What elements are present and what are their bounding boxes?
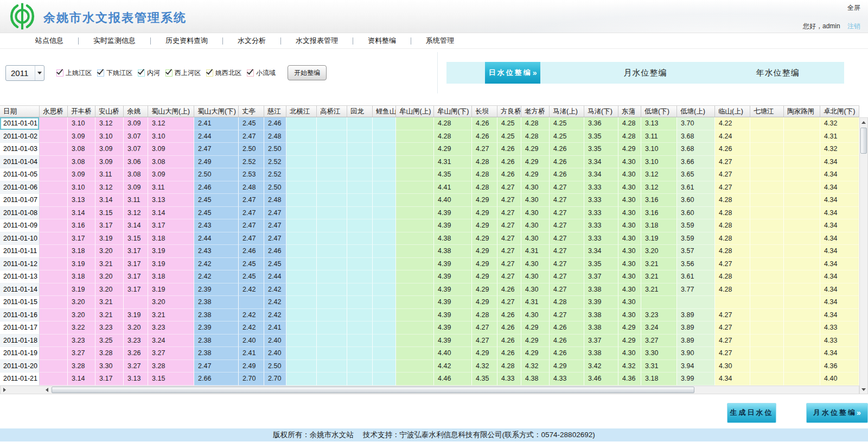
value-cell[interactable]: 2.45 — [264, 258, 286, 271]
value-cell[interactable]: 4.34 — [820, 156, 859, 169]
value-cell[interactable]: 4.33 — [820, 321, 859, 335]
value-cell[interactable] — [784, 270, 820, 283]
value-cell[interactable]: 2.52 — [239, 156, 264, 169]
value-cell[interactable]: 3.33 — [584, 207, 618, 220]
value-cell[interactable]: 4.25 — [550, 117, 584, 130]
value-cell[interactable]: 4.27 — [497, 219, 521, 232]
value-cell[interactable]: 3.11 — [95, 168, 124, 181]
tab-年水位整编[interactable]: 年水位整编 — [756, 68, 800, 78]
year-select[interactable]: 2011 — [5, 65, 44, 81]
value-cell[interactable]: 4.26 — [550, 168, 584, 181]
value-cell[interactable] — [347, 130, 373, 143]
value-cell[interactable] — [784, 347, 820, 360]
value-cell[interactable]: 4.27 — [472, 143, 497, 156]
date-cell[interactable]: 2011-01-05 — [0, 168, 40, 181]
value-cell[interactable]: 4.29 — [618, 143, 641, 156]
value-cell[interactable] — [347, 168, 373, 181]
value-cell[interactable]: 3.66 — [677, 156, 715, 169]
value-cell[interactable]: 3.19 — [124, 309, 148, 322]
value-cell[interactable]: 3.19 — [148, 245, 194, 258]
value-cell[interactable]: 3.15 — [148, 373, 194, 386]
value-cell[interactable] — [750, 321, 784, 335]
value-cell[interactable]: 2.70 — [264, 373, 286, 386]
value-cell[interactable] — [373, 296, 396, 309]
value-cell[interactable]: 3.17 — [95, 373, 124, 386]
scroll-up-button[interactable] — [860, 118, 867, 127]
value-cell[interactable]: 4.28 — [715, 207, 750, 220]
value-cell[interactable]: 4.28 — [715, 245, 750, 258]
value-cell[interactable]: 4.28 — [497, 360, 521, 373]
value-cell[interactable]: 3.12 — [124, 207, 148, 220]
value-cell[interactable]: 4.29 — [434, 143, 472, 156]
value-cell[interactable] — [373, 181, 396, 194]
value-cell[interactable]: 4.38 — [434, 245, 472, 258]
value-cell[interactable]: 4.35 — [472, 373, 497, 386]
value-cell[interactable]: 3.10 — [641, 156, 677, 169]
value-cell[interactable] — [715, 296, 750, 309]
value-cell[interactable]: 3.09 — [68, 130, 95, 143]
value-cell[interactable]: 4.29 — [618, 335, 641, 348]
value-cell[interactable]: 4.34 — [820, 245, 859, 258]
value-cell[interactable]: 3.18 — [641, 373, 677, 386]
value-cell[interactable]: 3.23 — [641, 309, 677, 322]
value-cell[interactable]: 4.27 — [550, 270, 584, 283]
value-cell[interactable] — [396, 117, 434, 130]
value-cell[interactable]: 3.34 — [584, 168, 618, 181]
value-cell[interactable] — [317, 347, 347, 360]
value-cell[interactable]: 4.27 — [550, 219, 584, 232]
value-cell[interactable]: 4.28 — [715, 232, 750, 245]
value-cell[interactable]: 4.30 — [618, 219, 641, 232]
value-cell[interactable]: 4.36 — [820, 360, 859, 373]
value-cell[interactable]: 3.14 — [68, 373, 95, 386]
value-cell[interactable]: 3.19 — [148, 258, 194, 271]
value-cell[interactable]: 4.30 — [618, 168, 641, 181]
value-cell[interactable]: 3.08 — [68, 143, 95, 156]
value-cell[interactable]: 4.39 — [434, 296, 472, 309]
value-cell[interactable]: 3.38 — [584, 347, 618, 360]
date-cell[interactable]: 2011-01-06 — [0, 181, 40, 194]
value-cell[interactable]: 3.09 — [95, 143, 124, 156]
value-cell[interactable]: 3.10 — [148, 130, 194, 143]
value-cell[interactable] — [40, 181, 68, 194]
value-cell[interactable] — [40, 168, 68, 181]
value-cell[interactable]: 3.20 — [68, 309, 95, 322]
value-cell[interactable] — [347, 156, 373, 169]
value-cell[interactable]: 4.27 — [715, 347, 750, 360]
value-cell[interactable]: 4.36 — [618, 373, 641, 386]
value-cell[interactable]: 4.30 — [618, 347, 641, 360]
value-cell[interactable]: 3.27 — [641, 335, 677, 348]
value-cell[interactable]: 4.29 — [521, 347, 550, 360]
value-cell[interactable]: 4.27 — [550, 207, 584, 220]
value-cell[interactable]: 3.06 — [124, 156, 148, 169]
value-cell[interactable]: 3.77 — [677, 283, 715, 296]
value-cell[interactable] — [317, 296, 347, 309]
value-cell[interactable]: 4.28 — [521, 117, 550, 130]
date-cell[interactable]: 2011-01-04 — [0, 156, 40, 169]
value-cell[interactable]: 4.28 — [550, 296, 584, 309]
value-cell[interactable]: 3.21 — [641, 270, 677, 283]
start-compile-button[interactable]: 开始整编 — [288, 65, 327, 80]
value-cell[interactable]: 2.49 — [239, 360, 264, 373]
value-cell[interactable] — [784, 156, 820, 169]
value-cell[interactable]: 3.68 — [677, 143, 715, 156]
value-cell[interactable]: 2.47 — [239, 130, 264, 143]
value-cell[interactable]: 3.09 — [124, 181, 148, 194]
value-cell[interactable] — [784, 130, 820, 143]
value-cell[interactable]: 3.28 — [148, 360, 194, 373]
value-cell[interactable]: 4.38 — [434, 232, 472, 245]
value-cell[interactable]: 4.30 — [618, 181, 641, 194]
value-cell[interactable]: 3.24 — [641, 321, 677, 335]
value-cell[interactable]: 4.28 — [521, 130, 550, 143]
value-cell[interactable] — [396, 232, 434, 245]
fullscreen-link[interactable]: 全屏 — [847, 3, 860, 12]
value-cell[interactable]: 4.39 — [434, 258, 472, 271]
value-cell[interactable]: 4.46 — [434, 373, 472, 386]
checkbox[interactable] — [206, 70, 213, 77]
value-cell[interactable] — [40, 296, 68, 309]
value-cell[interactable]: 4.40 — [434, 347, 472, 360]
value-cell[interactable] — [317, 373, 347, 386]
value-cell[interactable]: 4.27 — [550, 245, 584, 258]
value-cell[interactable]: 4.25 — [497, 117, 521, 130]
value-cell[interactable] — [750, 219, 784, 232]
value-cell[interactable] — [750, 296, 784, 309]
